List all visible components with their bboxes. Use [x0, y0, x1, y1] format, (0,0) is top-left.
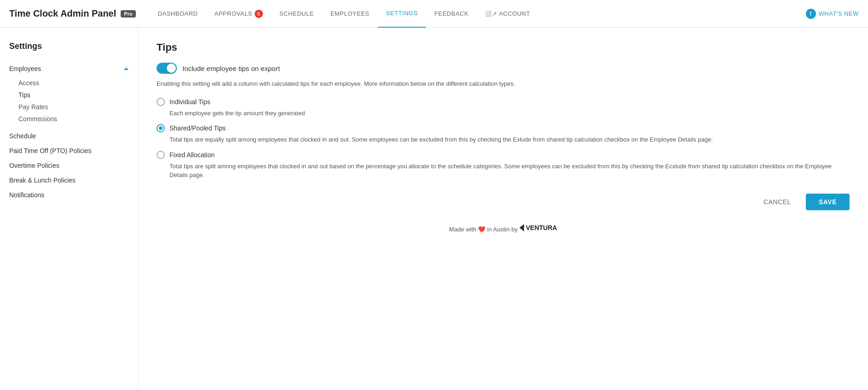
ventura-logo: VENTURA: [519, 224, 557, 231]
radio-shared[interactable]: Shared/Pooled Tips: [157, 124, 850, 132]
ventura-chevron-icon: [519, 224, 524, 231]
sidebar-item-access[interactable]: Access: [18, 77, 128, 89]
nav-approvals[interactable]: APPROVALS 6: [206, 0, 271, 28]
top-bar: Time Clock Admin Panel Pro DASHBOARD APP…: [0, 0, 868, 28]
sidebar-item-pto[interactable]: Paid Time Off (PTO) Policies: [9, 143, 128, 158]
tips-description: Enabling this setting will add a column …: [157, 79, 850, 89]
nav-employees[interactable]: EMPLOYEES: [322, 0, 378, 28]
sidebar-section-employees-label: Employees: [9, 65, 41, 72]
tips-toggle[interactable]: [157, 63, 177, 74]
sidebar-item-break-lunch[interactable]: Break & Lunch Policies: [9, 173, 128, 188]
radio-label-shared: Shared/Pooled Tips: [169, 124, 226, 132]
footer: Made with ❤️ in Austin by VENTURA: [157, 210, 850, 247]
sidebar-item-schedule[interactable]: Schedule: [9, 129, 128, 143]
whats-new-button[interactable]: ! WHAT'S NEW: [806, 9, 859, 19]
sidebar-item-notifications[interactable]: Notifications: [9, 188, 128, 202]
heart-icon: ❤️: [478, 226, 487, 233]
nav-feedback[interactable]: FEEDBACK: [426, 0, 477, 28]
sidebar-item-overtime[interactable]: Overtime Policies: [9, 158, 128, 173]
main-content: Tips Include employee tips on export Ena…: [138, 28, 868, 390]
save-button[interactable]: SAVE: [806, 194, 850, 210]
sidebar-item-pay-rates[interactable]: Pay Rates: [18, 101, 128, 113]
radio-circle-fixed: [157, 151, 165, 159]
section-title: Tips: [157, 41, 850, 53]
pro-badge: Pro: [121, 10, 135, 18]
footer-location: in Austin by: [487, 226, 518, 233]
nav-settings[interactable]: SETTINGS: [378, 0, 426, 28]
sidebar-item-tips[interactable]: Tips: [18, 89, 128, 101]
app-title: Time Clock Admin Panel: [9, 8, 116, 19]
external-link-icon: ⬜↗: [485, 11, 497, 17]
action-buttons: CANCEL SAVE: [157, 194, 850, 210]
radio-fixed[interactable]: Fixed Allocation: [157, 151, 850, 159]
main-nav: DASHBOARD APPROVALS 6 SCHEDULE EMPLOYEES…: [150, 0, 806, 28]
whats-new-icon: !: [806, 9, 816, 19]
nav-schedule[interactable]: SCHEDULE: [271, 0, 322, 28]
cancel-button[interactable]: CANCEL: [754, 194, 800, 210]
sidebar-section-employees: Employees Access Tips Pay Rates Commissi…: [9, 62, 128, 125]
nav-dashboard[interactable]: DASHBOARD: [150, 0, 206, 28]
radio-circle-individual: [157, 98, 165, 106]
radio-individual[interactable]: Individual Tips: [157, 98, 850, 106]
footer-text: Made with: [449, 226, 476, 233]
radio-circle-shared: [157, 124, 165, 132]
nav-account[interactable]: ⬜↗ ACCOUNT: [477, 0, 538, 28]
approvals-badge: 6: [255, 10, 263, 18]
toggle-label: Include employee tips on export: [182, 65, 280, 72]
sidebar-employees-subitems: Access Tips Pay Rates Commissions: [9, 77, 128, 125]
chevron-up-icon: [124, 67, 128, 70]
radio-label-individual: Individual Tips: [169, 98, 210, 106]
toggle-row: Include employee tips on export: [157, 63, 850, 74]
ventura-brand: VENTURA: [526, 224, 557, 231]
sidebar: Settings Employees Access Tips Pay Rates…: [0, 28, 138, 390]
main-layout: Settings Employees Access Tips Pay Rates…: [0, 28, 868, 390]
sidebar-title: Settings: [9, 41, 128, 51]
individual-desc: Each employee gets the tip amount they g…: [169, 109, 850, 118]
sidebar-item-commissions[interactable]: Commissions: [18, 113, 128, 125]
radio-label-fixed: Fixed Allocation: [169, 151, 215, 159]
fixed-desc: Total tips are split among employees tha…: [169, 162, 850, 180]
shared-desc: Total tips are equally split among emplo…: [169, 135, 850, 144]
sidebar-section-employees-header[interactable]: Employees: [9, 62, 128, 75]
